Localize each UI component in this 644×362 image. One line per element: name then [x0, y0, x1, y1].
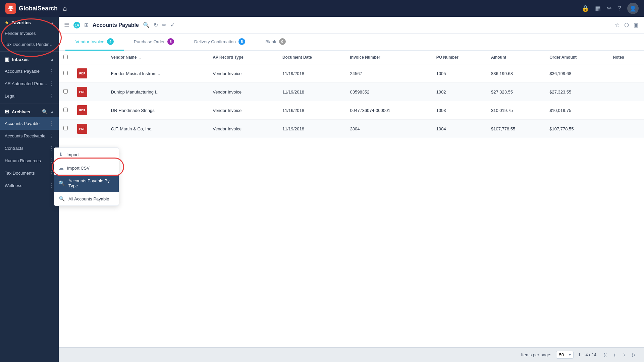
import-csv-label: Import CSV	[67, 166, 90, 171]
row3-vendor[interactable]: DR Handmade Strings	[106, 101, 208, 120]
tab-delivery-confirmation[interactable]: Delivery Confirmation 5	[184, 34, 255, 51]
star-sub-icon[interactable]: ☆	[615, 22, 620, 28]
tab-vendor-invoice[interactable]: Vendor Invoice 4	[65, 34, 124, 51]
row2-thumb-cell: PDF	[72, 83, 106, 101]
row1-checkbox-cell	[59, 64, 72, 83]
ar-automated-dots[interactable]: ⋮	[49, 80, 54, 87]
ap-inbox-label: Accounts Payable	[5, 69, 49, 74]
sub-header-actions: ☆ ⬡ ▣	[615, 22, 639, 28]
archives-header[interactable]: ⊞ Archives 🔍 ▲	[0, 105, 59, 117]
layout-icon[interactable]: ▣	[634, 22, 639, 28]
home-icon[interactable]: ⌂	[63, 5, 67, 12]
edit-icon[interactable]: ✏	[162, 22, 166, 28]
per-page-select[interactable]: 50 25 100	[556, 351, 574, 359]
tab-blank[interactable]: Blank 0	[255, 34, 296, 51]
contracts-dots[interactable]: ⋮	[49, 145, 54, 152]
dropdown-ap-by-type[interactable]: 🔍 Accounts Payable By Type	[54, 175, 119, 192]
dropdown-all-ap[interactable]: 🔍 All Accounts Payable	[54, 192, 119, 205]
dropdown-import-csv[interactable]: ☁ Import CSV	[54, 161, 119, 175]
items-per-page-label: Items per page:	[521, 352, 551, 357]
edit-nav-icon[interactable]: ✏	[607, 5, 612, 12]
refresh-icon[interactable]: ↻	[154, 22, 158, 28]
sidebar-item-hr[interactable]: Human Resources ⋮	[0, 155, 59, 167]
row4-type: Vendor Invoice	[208, 120, 278, 138]
favorites-label: Favorites	[11, 20, 31, 25]
wellness-dots[interactable]: ⋮	[49, 182, 54, 189]
sidebar-item-ap-archive[interactable]: Accounts Payable ⋮	[0, 117, 59, 130]
sidebar-item-ar-automated[interactable]: AR Automated Process ... ⋮	[0, 77, 59, 90]
row1-doc-thumb: PDF	[77, 68, 87, 78]
sidebar-item-wellness[interactable]: Wellness ⋮	[0, 179, 59, 192]
ap-archive-dots[interactable]: ⋮	[49, 120, 54, 127]
prev-page-button[interactable]: ⟨	[610, 351, 619, 359]
archives-search-icon[interactable]: 🔍	[42, 109, 48, 114]
inboxes-header[interactable]: ▣ Inboxes ▲	[0, 53, 59, 65]
sidebar-item-contracts[interactable]: Contracts ⋮	[0, 142, 59, 155]
sidebar-item-tax[interactable]: Tax Documents ⋮	[0, 167, 59, 179]
row1-order-amount: $36,199.68	[545, 64, 608, 83]
row3-invoice: 0047736074-000001	[345, 101, 431, 120]
ap-inbox-dots[interactable]: ⋮	[49, 68, 54, 74]
hr-label: Human Resources	[5, 158, 49, 163]
context-dropdown: ⬇ Import ☁ Import CSV 🔍 Accounts Payable…	[54, 147, 119, 206]
col-thumb	[72, 51, 106, 64]
sidebar-item-ap-inbox[interactable]: Accounts Payable ⋮	[0, 65, 59, 77]
row2-invoice: 03598352	[345, 83, 431, 101]
import-csv-icon: ☁	[59, 165, 64, 171]
sub-header-title: Accounts Payable	[93, 22, 139, 28]
row2-vendor[interactable]: Dunlop Manufacturing I...	[106, 83, 208, 101]
hamburger-icon[interactable]: ☰	[64, 21, 69, 29]
tab-purchase-order[interactable]: Purchase Order 5	[124, 34, 184, 51]
row2-checkbox[interactable]	[63, 89, 68, 94]
row4-vendor[interactable]: C.F. Martin & Co, Inc.	[106, 120, 208, 138]
row1-checkbox[interactable]	[63, 71, 68, 75]
row4-checkbox[interactable]	[63, 126, 68, 130]
first-page-button[interactable]: ⟨⟨	[601, 351, 609, 359]
bottom-bar: Items per page: 50 25 100 1 – 4 of 4 ⟨⟨ …	[59, 347, 644, 362]
select-all-checkbox[interactable]	[63, 55, 68, 59]
tab-blank-badge: 0	[279, 38, 286, 45]
row1-vendor[interactable]: Fender Musical Instrum...	[106, 64, 208, 83]
tax-dots[interactable]: ⋮	[49, 170, 54, 176]
col-po-number: PO Number	[432, 51, 486, 64]
tab-purchase-order-label: Purchase Order	[134, 39, 165, 44]
next-page-button[interactable]: ⟩	[620, 351, 628, 359]
search-sub-icon[interactable]: 🔍	[143, 22, 150, 28]
row2-order-amount: $27,323.55	[545, 83, 608, 101]
inboxes-section: ▣ Inboxes ▲ Accounts Payable ⋮ AR Automa…	[0, 53, 59, 102]
row3-checkbox[interactable]	[63, 108, 68, 112]
ar-archive-dots[interactable]: ⋮	[49, 133, 54, 139]
ap-by-type-label: Accounts Payable By Type	[68, 178, 114, 188]
sidebar-item-legal[interactable]: Legal ⋮	[0, 90, 59, 102]
sidebar-item-tax-documents-pending[interactable]: Tax Documents Pending Inde...	[0, 39, 59, 50]
lock-icon[interactable]: 🔒	[582, 5, 589, 12]
row1-type: Vendor Invoice	[208, 64, 278, 83]
avatar[interactable]: 👤	[627, 3, 639, 14]
favorites-chevron: ▲	[50, 21, 54, 25]
row3-amount: $10,019.75	[486, 101, 545, 120]
row3-type: Vendor Invoice	[208, 101, 278, 120]
ar-archive-label: Accounts Receivable	[5, 133, 49, 138]
last-page-button[interactable]: ⟩⟩	[629, 351, 637, 359]
divider-1	[0, 51, 59, 52]
grid-icon[interactable]: ▦	[595, 5, 601, 12]
table-header: Vendor Name ↓ AP Record Type Document Da…	[59, 51, 644, 64]
documents-table: Vendor Name ↓ AP Record Type Document Da…	[59, 51, 644, 138]
dropdown-import[interactable]: ⬇ Import	[54, 148, 119, 161]
col-invoice-number: Invoice Number	[345, 51, 431, 64]
hr-dots[interactable]: ⋮	[49, 158, 54, 164]
col-vendor-name[interactable]: Vendor Name ↓	[106, 51, 208, 64]
share-icon[interactable]: ⬡	[624, 22, 629, 28]
import-icon: ⬇	[59, 152, 63, 158]
sidebar-item-fender-invoices[interactable]: Fender Invoices	[0, 28, 59, 39]
check-icon[interactable]: ✓	[170, 22, 175, 28]
inboxes-chevron: ▲	[50, 57, 54, 61]
badge-count: 14	[73, 22, 80, 28]
row4-po: 1004	[432, 120, 486, 138]
logo[interactable]: GlobalSearch	[5, 3, 58, 14]
legal-dots[interactable]: ⋮	[49, 93, 54, 99]
help-icon[interactable]: ?	[618, 5, 621, 12]
favorites-header[interactable]: ★ Favorites ▲	[0, 17, 59, 28]
sidebar-item-ar-archive[interactable]: Accounts Receivable ⋮	[0, 130, 59, 142]
sidebar: ★ Favorites ▲ Fender Invoices Tax Docume…	[0, 17, 59, 362]
